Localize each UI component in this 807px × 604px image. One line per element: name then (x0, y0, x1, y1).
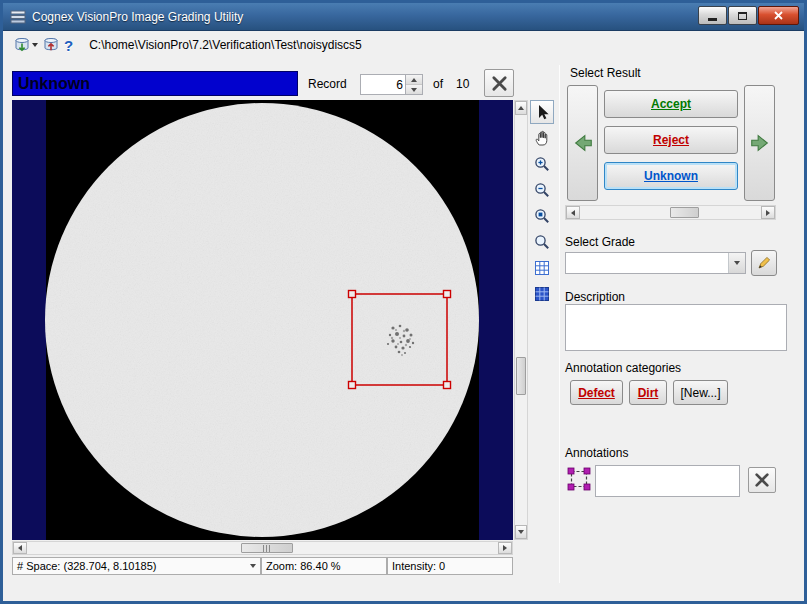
close-icon (774, 11, 783, 20)
left-arrow-icon (571, 210, 575, 216)
down-arrow-icon (411, 88, 417, 92)
zoom-out-icon (534, 182, 550, 198)
hscroll-thumb[interactable] (241, 543, 293, 553)
accept-button[interactable]: Accept (604, 90, 738, 118)
record-label: Record (308, 77, 347, 91)
grid-tool-button[interactable] (530, 256, 554, 280)
grade-banner: Unknown (12, 71, 298, 96)
zoom-region-tool-button[interactable] (530, 204, 554, 228)
pixel-grid-tool-button[interactable] (530, 282, 554, 306)
scroll-up-button[interactable] (515, 101, 527, 115)
grade-combobox[interactable] (565, 252, 746, 274)
reject-button-label: Reject (653, 133, 689, 147)
vscroll-thumb[interactable] (516, 357, 526, 395)
main-toolbar: ? C:\home\VisionPro\7.2\Verification\Tes… (3, 31, 804, 59)
prev-result-button[interactable] (567, 85, 598, 201)
annotation-text-input[interactable] (595, 465, 740, 497)
record-spinner (360, 74, 423, 95)
accept-button-label: Accept (651, 97, 691, 111)
result-slider[interactable] (565, 205, 776, 220)
annotation-categories-label: Annotation categories (565, 361, 681, 375)
record-number-input[interactable] (361, 75, 405, 94)
minimize-icon (708, 18, 717, 21)
space-status[interactable]: # Space: (328.704, 8.10185) (12, 557, 261, 575)
maximize-button[interactable] (728, 6, 757, 25)
zoom-in-tool-button[interactable] (530, 152, 554, 176)
roi-handle-tl[interactable] (349, 291, 356, 298)
maximize-icon (738, 12, 747, 20)
record-spin-up-button[interactable] (406, 75, 422, 85)
pointer-tool-button[interactable] (530, 100, 554, 124)
minimize-button[interactable] (698, 6, 727, 25)
annotation-roi-icon (567, 467, 591, 495)
down-arrow-icon (734, 261, 740, 265)
scroll-left-button[interactable] (13, 542, 27, 554)
x-icon (491, 75, 508, 92)
slider-thumb[interactable] (670, 207, 699, 218)
close-button[interactable] (758, 6, 799, 25)
pixel-grid-icon (534, 286, 550, 302)
roi-handle-tr[interactable] (444, 291, 451, 298)
help-button[interactable]: ? (62, 33, 75, 57)
intensity-status-text: Intensity: 0 (392, 560, 445, 572)
right-arrow-icon (503, 545, 507, 551)
thumb-grip (263, 545, 271, 552)
record-delete-button[interactable] (484, 69, 514, 97)
space-status-text: # Space: (328.704, 8.10185) (17, 560, 156, 572)
load-results-button[interactable] (11, 33, 40, 57)
select-result-label: Select Result (570, 66, 641, 80)
zoom-out-tool-button[interactable] (530, 178, 554, 202)
grade-combo-value (566, 253, 728, 273)
down-arrow-icon (518, 530, 524, 534)
x-icon (754, 472, 770, 488)
annotations-label: Annotations (565, 446, 628, 460)
zoom-in-icon (534, 156, 550, 172)
category-new-label: [New...] (680, 386, 720, 400)
slider-left-button[interactable] (566, 206, 580, 219)
save-results-icon (42, 36, 60, 54)
up-arrow-icon (518, 106, 524, 110)
image-viewport[interactable] (12, 100, 513, 540)
category-dirt-button[interactable]: Dirt (629, 380, 667, 405)
category-dirt-label: Dirt (638, 386, 659, 400)
scroll-right-button[interactable] (498, 542, 512, 554)
next-result-button[interactable] (744, 85, 775, 201)
description-label: Description (565, 290, 625, 304)
right-stripe (479, 100, 513, 540)
image-vscrollbar[interactable] (514, 100, 528, 540)
grade-banner-text: Unknown (18, 75, 90, 93)
category-defect-button[interactable]: Defect (570, 380, 623, 405)
combo-dropdown-button[interactable] (728, 253, 745, 273)
pan-tool-button[interactable] (530, 126, 554, 150)
roi-handle-br[interactable] (444, 382, 451, 389)
grid-icon (534, 260, 550, 276)
roi-handle-bl[interactable] (349, 382, 356, 389)
zoom-fit-tool-button[interactable] (530, 230, 554, 254)
of-label: of (433, 77, 443, 91)
title-bar[interactable]: Cognex VisionPro Image Grading Utility (3, 3, 804, 31)
scroll-down-button[interactable] (515, 525, 527, 539)
right-arrow-icon (766, 210, 770, 216)
zoom-status: Zoom: 86.40 % (261, 557, 387, 575)
left-stripe (12, 100, 46, 540)
edit-grade-button[interactable] (751, 250, 777, 276)
unknown-button-label: Unknown (644, 169, 698, 183)
unknown-button[interactable]: Unknown (604, 162, 738, 190)
zoom-region-icon (534, 208, 550, 224)
description-textarea[interactable] (565, 304, 787, 351)
pencil-icon (756, 255, 772, 271)
annotation-delete-button[interactable] (748, 467, 776, 493)
zoom-status-text: Zoom: 86.40 % (266, 560, 341, 572)
left-arrow-icon (18, 545, 22, 551)
save-results-button[interactable] (40, 33, 62, 57)
reject-button[interactable]: Reject (604, 126, 738, 154)
slider-right-button[interactable] (761, 206, 775, 219)
zoom-fit-icon (534, 234, 550, 250)
app-window: Cognex VisionPro Image Grading Utility (0, 0, 807, 604)
app-icon (10, 9, 26, 25)
image-hscrollbar[interactable] (12, 541, 513, 555)
record-spin-down-button[interactable] (406, 85, 422, 94)
category-new-button[interactable]: [New...] (673, 380, 728, 405)
chevron-down-icon[interactable] (250, 564, 256, 568)
up-arrow-icon (411, 78, 417, 82)
